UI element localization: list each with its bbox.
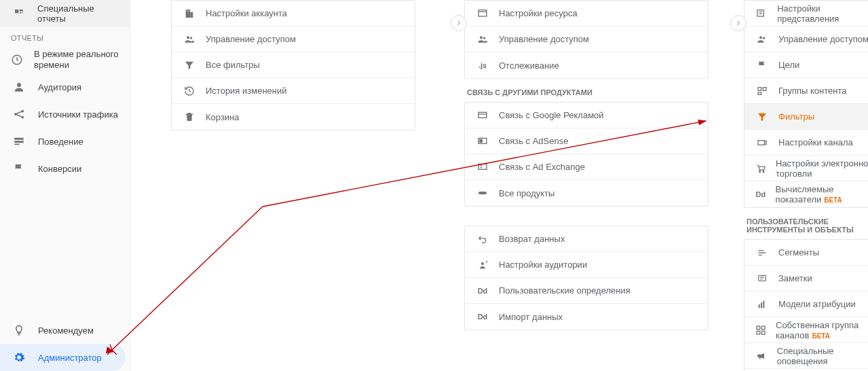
- link-google-ads[interactable]: Связь с Google Рекламой: [465, 103, 708, 128]
- sidebar-item-realtime[interactable]: В режиме реального времени: [0, 46, 130, 73]
- tracking[interactable]: .jsОтслеживание: [465, 52, 708, 78]
- sidebar-item-label: В режиме реального времени: [34, 49, 121, 70]
- settings-icon: [755, 7, 768, 20]
- attribution-models[interactable]: Модели атрибуции: [744, 292, 868, 317]
- svg-rect-42: [757, 331, 760, 334]
- account-settings[interactable]: Настройки аккаунта: [172, 1, 415, 26]
- building-icon: [183, 7, 196, 20]
- note-icon: [755, 272, 769, 285]
- svg-rect-40: [757, 326, 760, 330]
- share-icon: [11, 106, 27, 122]
- js-icon: .js: [476, 58, 489, 72]
- ecommerce-settings[interactable]: Настройки электронной торговли: [744, 156, 868, 181]
- sidebar-item-label: Конверсии: [38, 164, 81, 174]
- svg-rect-1: [19, 10, 22, 12]
- data-import[interactable]: DdИмпорт данных: [465, 304, 708, 330]
- svg-rect-3: [22, 12, 23, 13]
- svg-rect-31: [763, 87, 766, 90]
- account-access[interactable]: Управление доступом: [172, 26, 415, 52]
- custom-channel-group[interactable]: Собственная группа каналовБЕТА: [744, 317, 868, 343]
- property-settings[interactable]: Настройки ресурса: [465, 1, 708, 26]
- segments[interactable]: Сегменты: [744, 240, 868, 266]
- channel-icon: [755, 136, 769, 149]
- calculated-metrics[interactable]: DdВычисляемые показателиБЕТА: [744, 181, 868, 207]
- collapse-button[interactable]: [451, 15, 467, 31]
- svg-point-28: [759, 36, 762, 39]
- svg-rect-21: [478, 112, 487, 118]
- filter-icon: [183, 58, 196, 72]
- change-history[interactable]: История изменений: [172, 78, 415, 104]
- row-label: Собственная группа каналовБЕТА: [776, 320, 868, 340]
- audience-settings[interactable]: Настройки аудитории: [465, 252, 708, 278]
- sidebar-item-label: Специальные отчеты: [37, 3, 121, 24]
- people-icon: [476, 33, 489, 46]
- row-label: Модели атрибуции: [778, 299, 856, 309]
- target-people-icon: [476, 258, 489, 272]
- svg-rect-9: [14, 138, 24, 140]
- section-header-tools: ПОЛЬЗОВАТЕЛЬСКИЕ ИНСТРУМЕНТЫ И ОБЪЕКТЫ: [744, 208, 868, 239]
- all-filters[interactable]: Все фильтры: [172, 52, 415, 78]
- sidebar-item-audience[interactable]: Аудитория: [0, 73, 130, 101]
- trash-icon: [183, 110, 196, 124]
- svg-rect-25: [478, 192, 487, 194]
- row-label: Возврат данных: [499, 234, 565, 244]
- ads-icon: [476, 109, 489, 122]
- svg-rect-43: [761, 331, 765, 334]
- svg-rect-18: [478, 10, 487, 16]
- people-icon: [755, 33, 769, 46]
- sidebar-item-custom-reports[interactable]: Специальные отчеты: [0, 0, 130, 27]
- collapse-button[interactable]: [730, 15, 747, 31]
- svg-point-5: [17, 83, 21, 87]
- sidebar-item-behavior[interactable]: Поведение: [0, 128, 130, 155]
- sidebar-item-label: Аудитория: [38, 82, 81, 92]
- svg-point-29: [763, 37, 765, 39]
- svg-rect-23: [480, 139, 482, 142]
- adexchange-icon: [476, 160, 489, 174]
- svg-point-26: [481, 262, 484, 265]
- property-access[interactable]: Управление доступом: [465, 26, 708, 52]
- sidebar-item-acquisition[interactable]: Источники трафика: [0, 101, 130, 128]
- trash[interactable]: Корзина: [172, 104, 415, 130]
- view-settings[interactable]: Настройки представления: [744, 1, 868, 26]
- all-products[interactable]: Все продукты: [465, 180, 708, 206]
- history-icon: [183, 84, 196, 98]
- svg-rect-2: [19, 12, 21, 13]
- goals[interactable]: Цели: [744, 52, 868, 78]
- link-adexchange[interactable]: Связь с Ad Exchange: [465, 154, 708, 180]
- svg-rect-36: [759, 275, 766, 281]
- annotations[interactable]: Заметки: [744, 266, 868, 292]
- row-label: Все фильтры: [206, 60, 260, 70]
- clock-icon: [11, 52, 23, 68]
- row-label: Заметки: [778, 273, 812, 283]
- svg-rect-15: [189, 10, 189, 11]
- row-label: Управление доступом: [499, 34, 589, 44]
- row-label: Фильтры: [778, 111, 814, 122]
- channel-settings[interactable]: Настройки канала: [744, 130, 868, 156]
- row-label: Специальные оповещения: [777, 346, 868, 366]
- sidebar-item-admin[interactable]: Администратор: [0, 344, 126, 371]
- content-groups[interactable]: Группы контента: [744, 78, 868, 104]
- svg-rect-24: [478, 164, 487, 169]
- postbacks[interactable]: Возврат данных: [465, 226, 708, 252]
- sidebar-item-conversions[interactable]: Конверсии: [0, 155, 130, 182]
- bulb-icon: [11, 322, 27, 338]
- svg-rect-12: [186, 10, 191, 18]
- row-label: Все продукты: [499, 188, 554, 198]
- account-column: Настройки аккаунта Управление доступом В…: [130, 0, 423, 371]
- row-label: Связь с Ad Exchange: [499, 162, 585, 172]
- custom-definitions[interactable]: DdПользовательские определения: [465, 278, 708, 304]
- custom-alerts[interactable]: Специальные оповещения: [744, 343, 868, 369]
- svg-rect-37: [759, 304, 760, 308]
- link-adsense[interactable]: Связь с AdSense: [465, 128, 708, 154]
- people-icon: [183, 33, 196, 46]
- svg-point-20: [483, 37, 485, 39]
- view-access[interactable]: Управление доступом: [744, 26, 868, 52]
- sidebar-item-label: Рекомендуем: [38, 325, 94, 336]
- row-label: Импорт данных: [499, 312, 563, 322]
- row-label: Группы контента: [778, 86, 846, 96]
- sidebar-item-discover[interactable]: Рекомендуем: [0, 317, 130, 344]
- megaphone-icon: [755, 349, 768, 363]
- svg-rect-11: [14, 144, 20, 145]
- view-filters[interactable]: Фильтры: [744, 104, 868, 130]
- svg-point-19: [480, 36, 483, 39]
